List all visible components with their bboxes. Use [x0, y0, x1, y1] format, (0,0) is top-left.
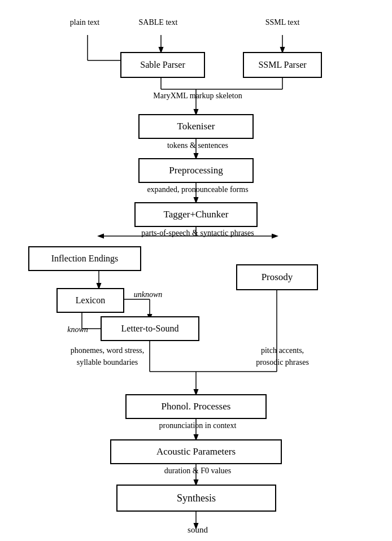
maryxml-label: MaryXML markup skeleton — [127, 91, 268, 101]
phonol-processes-box: Phonol. Processes — [125, 394, 267, 419]
unknown-label: unknown — [125, 290, 171, 299]
pronunciation-label: pronunciation in context — [113, 421, 282, 430]
synthesis-box: Synthesis — [116, 485, 276, 512]
preprocessing-box: Preprocessing — [138, 158, 254, 183]
phonemes-label: phonemes, word stress,syllable boundarie… — [34, 344, 181, 368]
ssml-parser-box: SSML Parser — [243, 52, 322, 78]
sable-text-label: SABLE text — [124, 18, 192, 27]
pos-phrases-label: parts-of-speech & syntactic phrases — [56, 229, 339, 238]
inflection-box: Inflection Endings — [28, 246, 141, 271]
diagram: plain text SABLE text SSML text Sable Pa… — [0, 0, 392, 541]
sound-label: sound — [164, 525, 232, 535]
duration-f0-label: duration & F0 values — [113, 466, 282, 475]
pitch-accents-label: pitch accents,prosodic phrases — [220, 344, 345, 368]
lexicon-box: Lexicon — [56, 288, 124, 313]
expanded-forms-label: expanded, pronounceable forms — [96, 185, 299, 194]
tagger-chunker-box: Tagger+Chunker — [134, 202, 258, 227]
ssml-text-label: SSML text — [249, 18, 316, 27]
known-label: known — [56, 325, 99, 334]
sable-parser-box: Sable Parser — [120, 52, 205, 78]
plain-text-label: plain text — [51, 18, 119, 27]
acoustic-params-box: Acoustic Parameters — [110, 439, 282, 464]
tokeniser-box: Tokeniser — [138, 114, 254, 139]
prosody-box: Prosody — [236, 264, 318, 290]
tokens-sentences-label: tokens & sentences — [119, 141, 277, 150]
letter-to-sound-box: Letter-to-Sound — [101, 316, 199, 341]
